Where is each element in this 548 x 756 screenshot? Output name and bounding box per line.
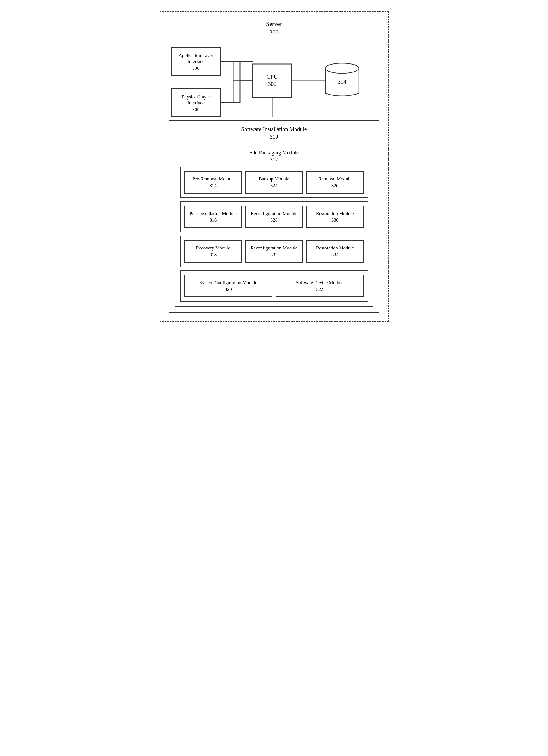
restoration-334-number: 334 [311, 251, 359, 258]
fpm-number: 312 [180, 157, 368, 163]
restoration-330-number: 330 [311, 217, 359, 223]
reconfiguration-328-label: Reconfiguration Module [251, 210, 298, 217]
sim-label: Software Installation Module [175, 126, 373, 133]
reconfiguration-module-332: Reconfiguration Module 332 [246, 240, 303, 263]
reconfiguration-module-328: Reconfiguration Module 328 [246, 206, 303, 228]
module-row-1: Pre-Removal Module 314 Backup Module 324… [180, 167, 368, 198]
svg-text:308: 308 [192, 107, 200, 112]
server-label: Server [169, 20, 379, 28]
reconfiguration-332-number: 332 [251, 251, 298, 258]
restoration-330-label: Restoration Module [311, 210, 359, 217]
svg-text:Interface: Interface [187, 100, 204, 105]
server-box: Server 300 Application Layer Interface 3… [160, 11, 389, 322]
post-installation-label: Post-Installation Module [190, 210, 237, 217]
restoration-module-330: Restoration Module 330 [306, 206, 364, 228]
reconfiguration-332-label: Reconfiguration Module [251, 245, 298, 251]
recovery-label: Recovery Module [190, 245, 237, 251]
svg-text:304: 304 [338, 79, 346, 85]
svg-text:306: 306 [192, 65, 200, 71]
module-row-2: Post-Installation Module 316 Reconfigura… [180, 201, 368, 233]
software-installation-module: Software Installation Module 310 File Pa… [169, 120, 379, 313]
restoration-module-334: Restoration Module 334 [306, 240, 364, 263]
module-row-3: Recovery Module 318 Reconfiguration Modu… [180, 236, 368, 267]
system-configuration-module: System Configuration Module 320 [185, 275, 273, 297]
system-configuration-number: 320 [190, 286, 268, 293]
svg-text:Interface: Interface [187, 59, 204, 64]
module-row-4: System Configuration Module 320 Software… [180, 270, 368, 302]
top-diagram-wrapper: Application Layer Interface 306 Physical… [169, 42, 379, 123]
post-installation-module: Post-Installation Module 316 [185, 206, 242, 228]
svg-point-12 [325, 63, 359, 73]
software-device-number: 322 [281, 286, 359, 293]
top-diagram-svg: Application Layer Interface 306 Physical… [169, 42, 381, 123]
fpm-label: File Packaging Module [180, 150, 368, 156]
server-number: 300 [169, 29, 379, 36]
recovery-module: Recovery Module 318 [185, 240, 242, 263]
pre-removal-number: 314 [190, 182, 237, 189]
file-packaging-module: File Packaging Module 312 Pre-Removal Mo… [175, 145, 373, 307]
svg-text:CPU: CPU [266, 73, 278, 80]
svg-text:302: 302 [268, 81, 276, 87]
sim-number: 310 [175, 134, 373, 140]
backup-number: 324 [251, 182, 298, 189]
restoration-334-label: Restoration Module [311, 245, 359, 251]
system-configuration-label: System Configuration Module [190, 279, 268, 286]
removal-module: Removal Module 326 [306, 171, 364, 194]
backup-module: Backup Module 324 [246, 171, 303, 194]
svg-text:Application Layer: Application Layer [178, 53, 213, 58]
removal-number: 326 [311, 182, 359, 189]
post-installation-number: 316 [190, 217, 237, 223]
pre-removal-module: Pre-Removal Module 314 [185, 171, 242, 194]
recovery-number: 318 [190, 251, 237, 258]
pre-removal-label: Pre-Removal Module [190, 176, 237, 182]
reconfiguration-328-number: 328 [251, 217, 298, 223]
software-device-module: Software Device Module 322 [276, 275, 364, 297]
svg-text:Physical Layer: Physical Layer [182, 94, 210, 100]
software-device-label: Software Device Module [281, 279, 359, 286]
removal-label: Removal Module [311, 176, 359, 182]
backup-label: Backup Module [251, 176, 298, 182]
diagram-container: Server 300 Application Layer Interface 3… [160, 11, 389, 322]
